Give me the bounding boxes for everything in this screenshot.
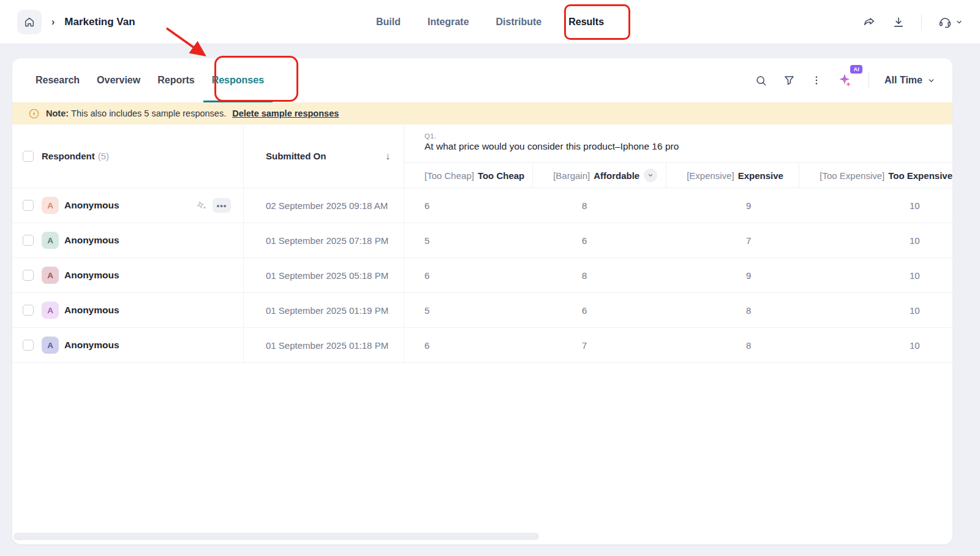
page: › Marketing Van Build Integrate Distribu…	[0, 0, 980, 556]
select-all-checkbox[interactable]	[23, 151, 34, 162]
too-expensive-value: 10	[889, 188, 952, 223]
ai-assistant-button[interactable]: AI	[837, 72, 853, 88]
download-button[interactable]	[892, 15, 905, 29]
respondent-name: Anonymous	[64, 270, 119, 281]
tab-overview[interactable]: Overview	[88, 58, 149, 102]
column-menu-button[interactable]	[644, 169, 657, 182]
expensive-value: 7	[726, 223, 889, 257]
row-checkbox[interactable]	[23, 200, 34, 211]
divider	[921, 14, 922, 30]
nav-results[interactable]: Results	[568, 17, 604, 28]
filter-icon	[783, 74, 796, 87]
column-too-cheap: [Too Cheap] Too Cheap	[404, 163, 532, 188]
row-checkbox[interactable]	[23, 270, 34, 281]
lightning-icon	[28, 108, 40, 120]
table-row[interactable]: A Anonymous 01 September 2025 01:18 PM 6…	[12, 328, 952, 363]
submitted-on-label: Submitted On	[266, 151, 326, 161]
submitted-on-cell: 01 September 2025 01:18 PM	[244, 328, 404, 362]
affordable-value: 7	[562, 328, 726, 362]
too-cheap-value: 6	[404, 328, 562, 362]
respondent-header-label: Respondent(5)	[42, 151, 109, 162]
tab-research[interactable]: Research	[27, 58, 88, 102]
sort-desc-icon[interactable]: ↓	[385, 151, 390, 162]
question-header: Q1. At what price would you consider thi…	[404, 124, 952, 188]
time-filter-dropdown[interactable]: All Time	[884, 75, 935, 86]
page-title: Marketing Van	[64, 16, 135, 28]
tab-responses[interactable]: Responses	[203, 58, 273, 102]
question-title: Q1. At what price would you consider thi…	[404, 124, 952, 162]
ai-badge: AI	[850, 65, 862, 74]
ai-summary-sparkle-icon[interactable]	[194, 198, 208, 212]
table-controls: AI All Time	[755, 72, 935, 88]
search-icon	[755, 74, 767, 87]
table-row[interactable]: A Anonymous 01 September 2025 05:18 PM 6…	[12, 258, 952, 293]
too-expensive-value: 10	[889, 293, 952, 327]
question-text: At what price would you consider this pr…	[424, 141, 952, 152]
affordable-value: 8	[562, 188, 726, 223]
home-icon	[23, 16, 36, 28]
row-checkbox[interactable]	[23, 305, 34, 316]
too-expensive-value: 10	[889, 328, 952, 362]
time-filter-value: All Time	[884, 75, 922, 86]
tab-reports[interactable]: Reports	[149, 58, 203, 102]
too-expensive-value: 10	[889, 223, 952, 257]
support-button[interactable]	[938, 15, 963, 29]
respondent-cell: A Anonymous •••	[12, 188, 244, 223]
horizontal-scrollbar-thumb[interactable]	[13, 533, 539, 540]
respondent-name: Anonymous	[64, 235, 119, 246]
submitted-on-cell: 02 September 2025 09:18 AM	[244, 188, 404, 223]
column-affordable: [Bargain] Affordable	[532, 163, 666, 188]
respondent-name: Anonymous	[64, 200, 119, 211]
table-row[interactable]: A Anonymous 01 September 2025 07:18 PM 5…	[12, 223, 952, 258]
affordable-value: 8	[562, 258, 726, 292]
question-number: Q1.	[424, 132, 952, 140]
ai-sparkle-icon	[837, 72, 853, 88]
headset-icon	[938, 15, 952, 29]
chevron-down-icon	[927, 77, 935, 85]
expensive-value: 8	[726, 328, 889, 362]
nav-distribute[interactable]: Distribute	[496, 17, 542, 28]
too-cheap-value: 6	[404, 258, 562, 292]
avatar: A	[42, 232, 59, 249]
row-checkbox[interactable]	[23, 340, 34, 351]
share-icon	[862, 15, 876, 29]
avatar: A	[42, 337, 59, 354]
column-too-expensive: [Too Expensive] Too Expensive	[799, 163, 952, 188]
notice-text: Note: This also includes 5 sample respon…	[46, 109, 226, 118]
expensive-value: 8	[726, 293, 889, 327]
sample-responses-notice: Note: This also includes 5 sample respon…	[12, 102, 952, 124]
tabs: Research Overview Reports Responses	[27, 58, 273, 102]
table-row[interactable]: A Anonymous ••• 02 September 2025 09:18 …	[12, 188, 952, 223]
row-checkbox[interactable]	[23, 235, 34, 246]
table-row[interactable]: A Anonymous 01 September 2025 01:19 PM 5…	[12, 293, 952, 328]
breadcrumb-separator: ›	[51, 17, 55, 28]
row-more-button[interactable]: •••	[213, 198, 231, 213]
question-subcolumns: [Too Cheap] Too Cheap [Bargain] Affordab…	[404, 162, 952, 188]
respondent-cell: A Anonymous	[12, 223, 244, 257]
column-expensive: [Expensive] Expensive	[666, 163, 799, 188]
delete-sample-responses-link[interactable]: Delete sample responses	[232, 109, 339, 118]
top-bar-actions	[862, 14, 963, 30]
nav-integrate[interactable]: Integrate	[428, 17, 469, 28]
respondent-name: Anonymous	[64, 340, 119, 351]
home-button[interactable]	[17, 10, 42, 34]
download-icon	[892, 15, 905, 29]
avatar: A	[42, 302, 59, 319]
more-options-button[interactable]	[811, 74, 822, 86]
avatar: A	[42, 197, 59, 214]
nav-build[interactable]: Build	[376, 17, 401, 28]
respondent-cell: A Anonymous	[12, 258, 244, 292]
too-cheap-value: 5	[404, 293, 562, 327]
avatar: A	[42, 267, 59, 284]
filter-button[interactable]	[783, 74, 796, 87]
results-card: Research Overview Reports Responses	[12, 58, 952, 544]
submitted-on-header-cell: Submitted On ↓	[244, 124, 404, 188]
kebab-menu-icon	[811, 74, 822, 86]
expensive-value: 9	[726, 258, 889, 292]
results-tab-bar: Research Overview Reports Responses	[12, 58, 952, 102]
share-button[interactable]	[862, 15, 876, 29]
divider	[869, 72, 869, 88]
respondent-cell: A Anonymous	[12, 328, 244, 362]
search-button[interactable]	[755, 74, 767, 87]
row-actions: •••	[195, 198, 243, 213]
